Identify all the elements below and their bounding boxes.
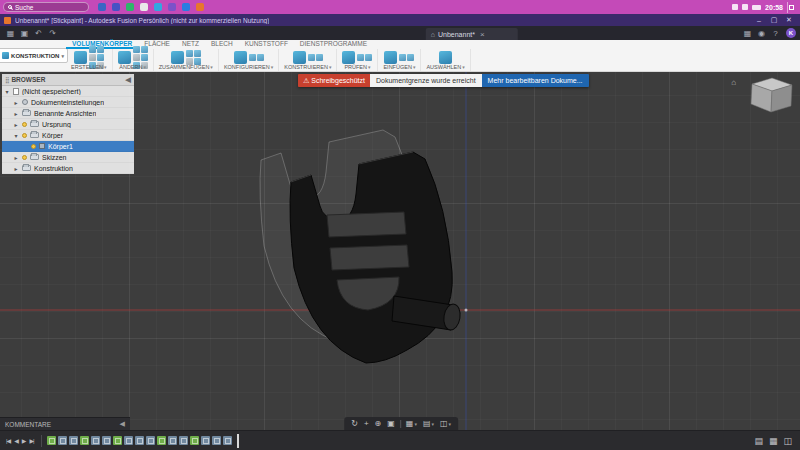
einfügen-tool-icon-1[interactable]	[399, 54, 406, 61]
timeline-list-view-button[interactable]: ▤	[754, 436, 763, 446]
visibility-bulb-icon[interactable]	[22, 122, 27, 127]
document-tab-close-icon[interactable]: ×	[480, 30, 485, 39]
expand-arrow-icon[interactable]: ▾	[13, 132, 19, 139]
konfigurieren-tool-icon-1[interactable]	[249, 54, 256, 61]
notifications-bell-icon[interactable]: ◉	[755, 27, 768, 39]
expand-arrow-icon[interactable]: ▸	[13, 121, 19, 128]
prüfen-tool-icon-1[interactable]	[357, 54, 364, 61]
browser-row-körper[interactable]: ▾Körper	[2, 130, 134, 141]
timeline-feature-17[interactable]	[223, 436, 232, 445]
taskbar-search-input[interactable]: Suche	[3, 2, 89, 12]
comments-expand-icon[interactable]: ◀	[120, 420, 125, 428]
undo-icon[interactable]: ↶	[32, 27, 45, 39]
timeline-sketch-7[interactable]	[113, 436, 122, 445]
browser-panel-header[interactable]: ⣿ BROWSER ◀	[2, 74, 134, 86]
workspace-selector[interactable]: KONSTRUKTION ▾	[0, 48, 68, 63]
timeline-split-view-button[interactable]: ◫	[783, 436, 792, 446]
konstruieren-primary-tool-icon[interactable]	[293, 51, 306, 64]
timeline-feature-16[interactable]	[212, 436, 221, 445]
browser-row-körper1[interactable]: Körper1	[2, 141, 134, 152]
zoom-tool[interactable]: ⊕	[373, 419, 384, 428]
browser-row-benannte-ansichten[interactable]: ▸Benannte Ansichten	[2, 108, 134, 119]
browser-row-skizzen[interactable]: ▸Skizzen	[2, 152, 134, 163]
ribbon-group-label-ändern[interactable]: ÄNDERN▾	[119, 64, 146, 70]
extensions-icon[interactable]: ▦	[741, 27, 754, 39]
erstellen-primary-tool-icon[interactable]	[74, 51, 87, 64]
erstellen-tool-icon-1[interactable]	[89, 46, 96, 53]
expand-arrow-icon[interactable]: ▾	[4, 88, 10, 95]
prüfen-tool-icon-2[interactable]	[365, 54, 372, 61]
ändern-tool-icon-4[interactable]	[141, 54, 148, 61]
ribbon-group-label-zusammenfügen[interactable]: ZUSAMMENFÜGEN▾	[159, 64, 213, 70]
viewcube-home-icon[interactable]: ⌂	[731, 78, 736, 87]
toast-action-button[interactable]: Mehr bearbeitbaren Dokume...	[482, 74, 589, 87]
timeline-feature-6[interactable]	[102, 436, 111, 445]
maximize-button[interactable]: ▢	[767, 14, 781, 26]
timeline-sketch-11[interactable]	[157, 436, 166, 445]
expand-arrow-icon[interactable]: ▸	[13, 165, 19, 172]
timeline-feature-2[interactable]	[58, 436, 67, 445]
expand-arrow-icon[interactable]: ▸	[13, 110, 19, 117]
timeline-feature-12[interactable]	[168, 436, 177, 445]
grid-settings-tool[interactable]: ▤▾	[421, 419, 436, 428]
collapse-panel-icon[interactable]: ◀	[126, 76, 131, 84]
visibility-bulb-icon[interactable]	[22, 133, 27, 138]
ribbon-group-label-auswählen[interactable]: AUSWÄHLEN▾	[426, 64, 464, 70]
prüfen-primary-tool-icon[interactable]	[342, 51, 355, 64]
close-button[interactable]: ✕	[782, 14, 796, 26]
browser-row-nicht-gespeichert[interactable]: ▾(Nicht gespeichert)	[2, 86, 134, 97]
taskbar-clock[interactable]: 20:58	[765, 4, 783, 11]
timeline-position-marker[interactable]	[237, 434, 239, 448]
pinned-app-4[interactable]	[138, 2, 149, 13]
ändern-tool-icon-1[interactable]	[133, 46, 140, 53]
pinned-app-3[interactable]	[124, 2, 135, 13]
tray-battery-icon[interactable]	[752, 5, 761, 10]
einfügen-primary-tool-icon[interactable]	[384, 51, 397, 64]
auswählen-primary-tool-icon[interactable]	[439, 51, 452, 64]
ändern-tool-icon-3[interactable]	[133, 54, 140, 61]
user-avatar[interactable]: K	[786, 28, 796, 38]
konfigurieren-primary-tool-icon[interactable]	[234, 51, 247, 64]
ribbon-tab-netz[interactable]: NETZ	[176, 40, 205, 49]
viewports-tool[interactable]: ◫▾	[438, 419, 453, 428]
konstruieren-tool-icon-1[interactable]	[308, 54, 315, 61]
ribbon-tab-dienstprogramme[interactable]: DIENSTPROGRAMME	[294, 40, 373, 49]
timeline-feature-13[interactable]	[179, 436, 188, 445]
timeline-feature-3[interactable]	[69, 436, 78, 445]
ribbon-group-label-einfügen[interactable]: EINFÜGEN▾	[383, 64, 415, 70]
zoom-fit-tool[interactable]: ▣	[385, 419, 397, 428]
pinned-app-1[interactable]	[96, 2, 107, 13]
browser-row-ursprung[interactable]: ▸Ursprung	[2, 119, 134, 130]
zusammenfügen-tool-icon-1[interactable]	[186, 50, 193, 57]
expand-arrow-icon[interactable]: ▸	[13, 99, 19, 106]
expand-arrow-icon[interactable]: ▸	[13, 154, 19, 161]
erstellen-tool-icon-4[interactable]	[97, 54, 104, 61]
timeline-feature-15[interactable]	[201, 436, 210, 445]
visibility-bulb-icon[interactable]	[22, 155, 27, 160]
app-grid-icon[interactable]: ▦	[4, 27, 17, 39]
konstruieren-tool-icon-2[interactable]	[316, 54, 323, 61]
timeline-feature-8[interactable]	[124, 436, 133, 445]
redo-icon[interactable]: ↷	[46, 27, 59, 39]
pinned-app-8[interactable]	[194, 2, 205, 13]
ribbon-group-label-prüfen[interactable]: PRÜFEN▾	[344, 64, 370, 70]
erstellen-tool-icon-2[interactable]	[97, 46, 104, 53]
ribbon-group-label-konfigurieren[interactable]: KONFIGURIEREN▾	[224, 64, 273, 70]
drag-grip-icon[interactable]: ⣿	[5, 76, 8, 83]
zusammenfügen-primary-tool-icon[interactable]	[171, 51, 184, 64]
ändern-tool-icon-2[interactable]	[141, 46, 148, 53]
pinned-app-2[interactable]	[110, 2, 121, 13]
ribbon-group-label-erstellen[interactable]: ERSTELLEN▾	[71, 64, 107, 70]
comments-bar[interactable]: KOMMENTARE ◀	[0, 417, 130, 430]
minimize-button[interactable]: –	[752, 14, 766, 26]
ribbon-tab-kunststoff[interactable]: KUNSTSTOFF	[239, 40, 294, 49]
pinned-app-5[interactable]	[152, 2, 163, 13]
erstellen-tool-icon-3[interactable]	[89, 54, 96, 61]
pinned-app-7[interactable]	[180, 2, 191, 13]
ribbon-tab-blech[interactable]: BLECH	[205, 40, 239, 49]
timeline-grid-view-button[interactable]: ▦	[769, 436, 778, 446]
viewport-3d[interactable]: ⌂ ⚠ Schreibgeschützt Dokumentgrenze wurd…	[0, 72, 800, 430]
konfigurieren-tool-icon-2[interactable]	[257, 54, 264, 61]
timeline-feature-10[interactable]	[146, 436, 155, 445]
go-to-start-button[interactable]: |◀	[4, 436, 12, 445]
